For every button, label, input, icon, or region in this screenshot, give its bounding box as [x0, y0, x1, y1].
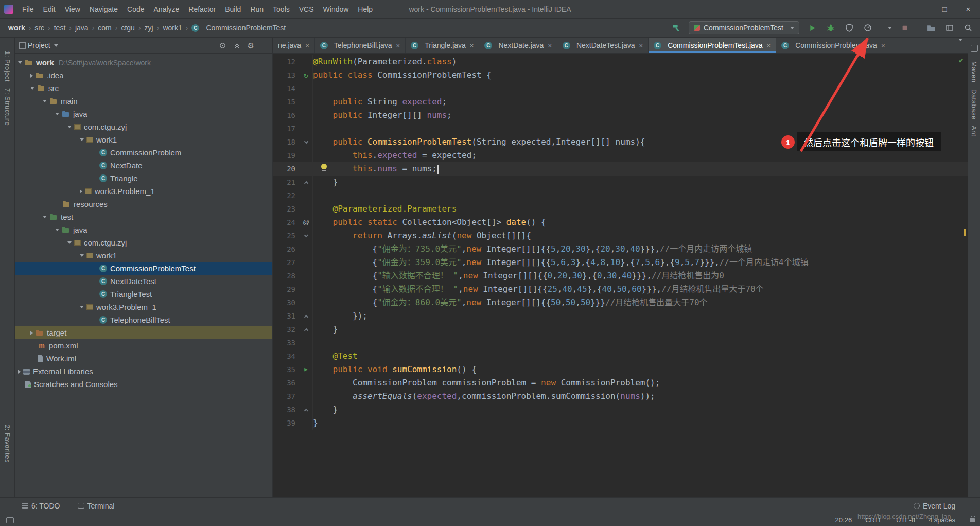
- menu-item-navigate[interactable]: Navigate: [85, 0, 122, 19]
- tree-item-target[interactable]: target: [15, 326, 272, 339]
- project-structure-button[interactable]: [925, 22, 937, 33]
- fold-marker[interactable]: [304, 408, 308, 412]
- readonly-lock-icon[interactable]: [970, 518, 975, 522]
- line-number[interactable]: 18: [273, 135, 300, 149]
- line-number[interactable]: 37: [273, 390, 300, 403]
- code-line[interactable]: 26 {"佣金为：735.0美元",new Integer[][]{{5,20,…: [273, 242, 968, 256]
- project-tree[interactable]: workD:\Soft\java\workSpace\work.ideasrcm…: [15, 54, 273, 497]
- tab-telephonebill-java[interactable]: CTelephoneBill.java×: [315, 38, 406, 53]
- tree-item-work1[interactable]: work1: [15, 249, 272, 262]
- tab-nextdate-java[interactable]: CNextDate.java×: [479, 38, 557, 53]
- tree-expanded-arrow[interactable]: [80, 254, 84, 257]
- menu-item-file[interactable]: File: [18, 0, 39, 19]
- menu-item-vcs[interactable]: VCS: [294, 0, 319, 19]
- tree-item-commissionproblemtest[interactable]: CCommissionProblemTest: [15, 262, 272, 275]
- line-number[interactable]: 31: [273, 309, 300, 323]
- line-number[interactable]: 26: [273, 242, 300, 256]
- toolwindow-button-event-log[interactable]: Event Log: [914, 502, 955, 510]
- locate-file-button[interactable]: [219, 42, 226, 49]
- menu-item-code[interactable]: Code: [122, 0, 149, 19]
- tree-expanded-arrow[interactable]: [67, 126, 72, 128]
- tree-item-nextdatetest[interactable]: CNextDateTest: [15, 275, 272, 288]
- tree-item-commissionproblem[interactable]: CCommissionProblem: [15, 146, 272, 159]
- tree-item-com-ctgu-zyj[interactable]: com.ctgu.zyj: [15, 236, 272, 249]
- profiler-button[interactable]: [862, 22, 873, 33]
- code-line[interactable]: 13↻public class CommissionProblemTest {: [273, 68, 968, 82]
- menu-item-window[interactable]: Window: [319, 0, 354, 19]
- fold-marker[interactable]: [304, 314, 308, 319]
- stop-button[interactable]: [899, 22, 911, 33]
- search-everywhere-button[interactable]: [962, 22, 974, 33]
- code-line[interactable]: 21 }: [273, 176, 968, 189]
- tab-close-icon[interactable]: ×: [881, 42, 885, 49]
- collapse-all-button[interactable]: [233, 42, 241, 49]
- line-number[interactable]: 27: [273, 256, 300, 269]
- menu-item-refactor[interactable]: Refactor: [184, 0, 220, 19]
- menu-item-view[interactable]: View: [60, 0, 85, 19]
- code-line[interactable]: 27 {"佣金为：359.0美元",new Integer[][]{{5,6,3…: [273, 256, 968, 269]
- tree-item-resources[interactable]: resources: [15, 198, 272, 211]
- line-number[interactable]: 15: [273, 95, 300, 109]
- breadcrumb-item-work[interactable]: work: [8, 24, 25, 32]
- tab-commissionproblemtest-java[interactable]: CCommissionProblemTest.java×: [649, 38, 776, 53]
- menu-item-build[interactable]: Build: [220, 0, 246, 19]
- breadcrumb-item-test[interactable]: test: [54, 24, 66, 32]
- line-number[interactable]: 28: [273, 269, 300, 283]
- line-number[interactable]: 29: [273, 283, 300, 296]
- toolwindow-grid-icon[interactable]: [971, 45, 978, 52]
- fold-marker[interactable]: [304, 233, 308, 237]
- minimize-button[interactable]: —: [909, 0, 933, 19]
- run-test-icon[interactable]: ▶: [304, 363, 308, 376]
- code-line[interactable]: 30 {"佣金为：860.0美元",new Integer[][]{{50,50…: [273, 296, 968, 309]
- tree-item-src[interactable]: src: [15, 82, 272, 95]
- tab-nextdatetest-java[interactable]: CNextDateTest.java×: [557, 38, 649, 53]
- code-line[interactable]: 29 {"输入数据不合理！ ",new Integer[][]{{25,40,4…: [273, 283, 968, 296]
- tree-collapsed-arrow[interactable]: [30, 331, 33, 335]
- tab-close-icon[interactable]: ×: [548, 42, 552, 49]
- tab-triangle-java[interactable]: CTriangle.java×: [406, 38, 479, 53]
- code-line[interactable]: 31 });: [273, 309, 968, 323]
- editor[interactable]: 12@RunWith(Parameterized.class)13↻public…: [273, 54, 968, 497]
- code-line[interactable]: 16 public Integer[][] nums;: [273, 109, 968, 122]
- run-with-coverage-button[interactable]: [844, 22, 855, 33]
- line-number[interactable]: 35: [273, 363, 300, 376]
- tree-expanded-arrow[interactable]: [43, 100, 47, 102]
- toolwindow-button-terminal[interactable]: Terminal: [78, 502, 115, 510]
- breadcrumb-item-src[interactable]: src: [34, 24, 44, 32]
- code-line[interactable]: 35▶ public void sumCommission() {: [273, 363, 968, 376]
- line-number[interactable]: 34: [273, 349, 300, 363]
- intention-bulb-icon[interactable]: [320, 164, 327, 171]
- tree-item-telephonebilltest[interactable]: CTelephoneBillTest: [15, 313, 272, 326]
- breadcrumb-item-ctgu[interactable]: ctgu: [121, 24, 134, 32]
- tab-close-icon[interactable]: ×: [396, 42, 400, 49]
- tab-ne-java[interactable]: ne.java×: [273, 38, 315, 53]
- tree-expanded-arrow[interactable]: [80, 306, 84, 308]
- code-line[interactable]: 33: [273, 336, 968, 349]
- tab-close-icon[interactable]: ×: [470, 42, 474, 49]
- run-button[interactable]: [807, 22, 818, 33]
- tab-close-icon[interactable]: ×: [767, 42, 771, 49]
- code-line[interactable]: 39}: [273, 416, 968, 430]
- line-number[interactable]: 22: [273, 189, 300, 202]
- tree-expanded-arrow[interactable]: [43, 216, 47, 218]
- code-line[interactable]: 37 assertEquals(expected,commissionProbl…: [273, 390, 968, 403]
- tree-item-test[interactable]: test: [15, 211, 272, 223]
- toolwindow-button-6-todo[interactable]: 6: TODO: [22, 502, 60, 510]
- line-number[interactable]: 13: [273, 68, 300, 82]
- tree-collapsed-arrow[interactable]: [80, 189, 82, 194]
- code-line[interactable]: 36 CommissionProblem commissionProblem =…: [273, 376, 968, 390]
- menu-item-analyze[interactable]: Analyze: [149, 0, 184, 19]
- hide-panel-button[interactable]: —: [261, 41, 268, 49]
- tree-expanded-arrow[interactable]: [67, 241, 72, 244]
- run-config-select[interactable]: CommissionProblemTest: [689, 21, 799, 34]
- breadcrumb-item-java[interactable]: java: [75, 24, 89, 32]
- chevron-down-icon[interactable]: [54, 44, 58, 47]
- line-number[interactable]: 23: [273, 202, 300, 216]
- tree-item-work-iml[interactable]: Work.iml: [15, 352, 272, 365]
- debug-button[interactable]: [825, 22, 836, 33]
- line-number[interactable]: 20: [273, 162, 300, 176]
- code-line[interactable]: 22: [273, 189, 968, 202]
- layout-button[interactable]: [944, 22, 955, 33]
- tree-item-work3-problem-1[interactable]: work3.Problem_1: [15, 301, 272, 313]
- tabs-list-chevron[interactable]: [958, 41, 962, 49]
